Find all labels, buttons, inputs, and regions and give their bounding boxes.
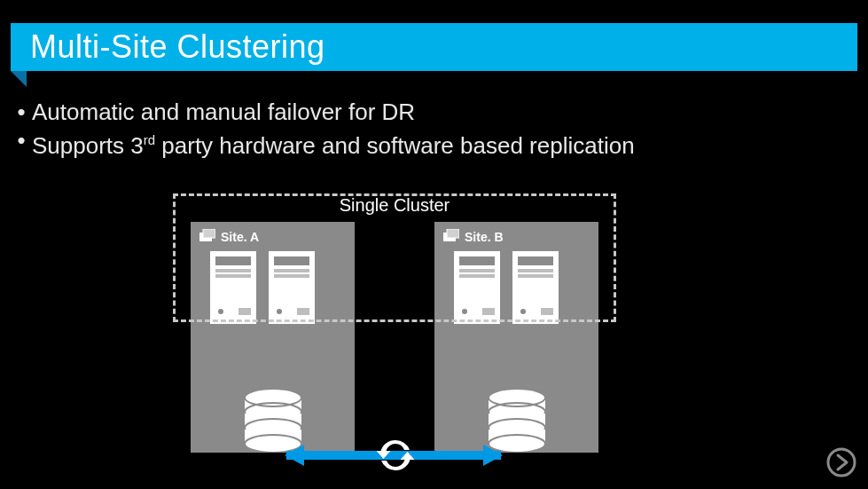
bullet-dot-icon: •: [11, 98, 32, 126]
slide-title: Multi-Site Clustering: [30, 28, 325, 66]
svg-point-40: [828, 449, 855, 476]
cluster-diagram: Site. A: [173, 177, 643, 461]
bullet-list: • Automatic and manual failover for DR •…: [11, 98, 844, 160]
title-notch: [11, 71, 27, 87]
bullet-dot-icon: •: [11, 126, 32, 160]
title-bar: Multi-Site Clustering: [11, 23, 857, 71]
bullet-text: Supports 3rd party hardware and software…: [32, 126, 635, 160]
next-slide-button[interactable]: [825, 446, 857, 478]
bullet-item: • Supports 3rd party hardware and softwa…: [11, 126, 844, 160]
bullet-item: • Automatic and manual failover for DR: [11, 98, 844, 126]
database-icon: [486, 389, 548, 453]
sync-icon: [375, 435, 416, 476]
database-icon: [242, 389, 304, 453]
bullet-text: Automatic and manual failover for DR: [32, 98, 415, 126]
single-cluster-label: Single Cluster: [173, 195, 616, 216]
